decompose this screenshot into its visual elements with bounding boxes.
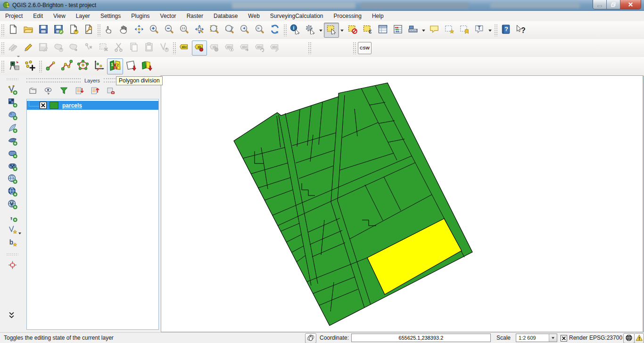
layer-labeling-options-button[interactable]: abc [177, 41, 192, 56]
batch-plotting-button[interactable] [139, 58, 155, 74]
map-canvas[interactable] [162, 76, 644, 335]
layer-visibility-checkbox[interactable] [40, 102, 47, 109]
toolbar-drag-handle[interactable] [1, 24, 5, 36]
add-group-button[interactable] [27, 86, 38, 97]
surveying-fieldbook-button[interactable] [6, 58, 22, 74]
field-calculator-button[interactable] [390, 23, 405, 38]
show-bookmarks-button[interactable] [457, 23, 472, 38]
menu-edit[interactable]: Edit [28, 11, 48, 21]
single-point-calculations-button[interactable] [43, 58, 59, 74]
layer-name[interactable]: parcels [62, 102, 82, 109]
zoom-in-button[interactable] [147, 23, 162, 38]
extents-toggle-button[interactable] [305, 333, 316, 343]
layer-row-parcels[interactable]: parcels [27, 101, 158, 110]
pan-to-selection-button[interactable] [132, 23, 147, 38]
add-vector-layer-button[interactable] [6, 84, 19, 97]
show-hide-labels-button[interactable]: abc [222, 41, 237, 56]
run-feature-action-dropdown[interactable] [318, 23, 324, 37]
whats-this-button[interactable]: ? [513, 23, 528, 38]
copy-features-button[interactable] [126, 41, 141, 56]
add-feature-button[interactable]: * [51, 41, 66, 56]
menu-raster[interactable]: Raster [182, 11, 208, 21]
restore-button[interactable] [607, 0, 620, 9]
touch-zoom-button[interactable] [101, 23, 116, 38]
coordinate-transformation-button[interactable] [91, 58, 107, 74]
deselect-all-button[interactable] [345, 23, 360, 38]
crosshair-tool-button[interactable] [6, 260, 19, 272]
menu-project[interactable]: Project [0, 11, 28, 21]
zoom-out-button[interactable] [162, 23, 177, 38]
toolbar-drag-handle[interactable] [1, 42, 5, 54]
current-edits-dropdown-arrow[interactable] [17, 52, 20, 55]
render-checkbox[interactable] [561, 335, 567, 342]
add-oracle-layer-button[interactable] [6, 148, 19, 160]
menu-surveyingcalculation[interactable]: SurveyingCalculation [265, 11, 329, 21]
add-spatialite-layer-button[interactable] [6, 122, 19, 135]
add-mssql-layer-button[interactable] [6, 135, 19, 147]
paste-features-button[interactable] [141, 41, 157, 56]
delete-selected-button[interactable] [96, 41, 111, 56]
pin-labels-button[interactable]: ab [192, 41, 207, 56]
measure-line-button[interactable] [405, 23, 421, 38]
composer-manager-button[interactable] [81, 23, 96, 38]
traverse-calculations-button[interactable] [59, 58, 75, 74]
add-wcs-layer-button[interactable] [6, 186, 19, 198]
menu-processing[interactable]: Processing [329, 11, 367, 21]
layer-tree[interactable]: parcels [26, 99, 159, 330]
close-button[interactable] [620, 0, 641, 9]
new-spatialite-layer-button[interactable]: b [6, 237, 19, 249]
zoom-to-selection-button[interactable] [207, 23, 222, 38]
more-buttons-button[interactable] [7, 312, 16, 320]
menu-vector[interactable]: Vector [155, 11, 182, 21]
remove-layer-group-button[interactable] [105, 86, 116, 97]
select-rectangle-dropdown[interactable] [339, 23, 345, 37]
menu-view[interactable]: View [48, 11, 71, 21]
add-raster-layer-button[interactable] [6, 97, 19, 109]
new-project-button[interactable] [6, 23, 21, 38]
new-shapefile-layer-dropdown[interactable] [18, 229, 22, 237]
zoom-to-layer-button[interactable] [222, 23, 237, 38]
toolbar-drag-handle[interactable] [1, 60, 5, 73]
add-delimited-text-layer-button[interactable]: , [6, 212, 19, 224]
text-annotation-button[interactable]: T [472, 23, 487, 38]
toolbar-drag-handle[interactable] [6, 78, 18, 81]
expand-all-button[interactable] [74, 86, 84, 97]
save-layer-edits-button[interactable] [36, 41, 51, 56]
polygon-division-button[interactable]: 12 [107, 58, 123, 74]
zoom-native-button[interactable]: 1:1 [177, 23, 192, 38]
menu-settings[interactable]: Settings [95, 11, 126, 21]
open-project-button[interactable] [21, 23, 36, 38]
text-annotation-dropdown[interactable] [487, 23, 493, 37]
highlight-pinned-labels-button[interactable]: ab [207, 41, 222, 56]
zoom-next-button[interactable] [252, 23, 267, 38]
add-wms-layer-button[interactable] [6, 173, 19, 186]
add-postgis-layer-button[interactable] [6, 110, 19, 122]
filter-legend-button[interactable] [58, 86, 69, 97]
menu-web[interactable]: Web [243, 11, 264, 21]
help-contents-button[interactable]: ? [498, 23, 513, 38]
coordinate-input[interactable] [351, 334, 491, 342]
new-composer-button[interactable]: * [66, 23, 81, 38]
add-oracle-georaster-layer-button[interactable] [6, 161, 19, 173]
menu-layer[interactable]: Layer [71, 11, 95, 21]
cut-features-button[interactable] [111, 41, 126, 56]
measure-line-dropdown[interactable] [421, 23, 427, 37]
open-attribute-table-button[interactable] [375, 23, 390, 38]
add-wfs-layer-button[interactable] [6, 199, 19, 211]
save-project-button[interactable] [36, 23, 51, 38]
menu-help[interactable]: Help [367, 11, 389, 21]
plot-by-template-button[interactable] [123, 58, 139, 74]
map-tips-button[interactable] [427, 23, 442, 38]
node-tool-button[interactable] [81, 41, 96, 56]
rotate-label-button[interactable]: abc [252, 41, 267, 56]
csw-metasearch-button[interactable]: CSW [358, 42, 372, 54]
save-project-as-button[interactable] [51, 23, 66, 38]
minimize-button[interactable] [593, 0, 607, 9]
menu-plugins[interactable]: Plugins [126, 11, 155, 21]
crs-status-button[interactable] [623, 333, 635, 343]
menu-database[interactable]: Database [208, 11, 243, 21]
network-adjustment-button[interactable] [75, 58, 91, 74]
current-edits-button[interactable] [6, 41, 21, 56]
zoom-full-button[interactable] [192, 23, 207, 38]
select-by-expression-button[interactable]: ε [360, 23, 375, 38]
